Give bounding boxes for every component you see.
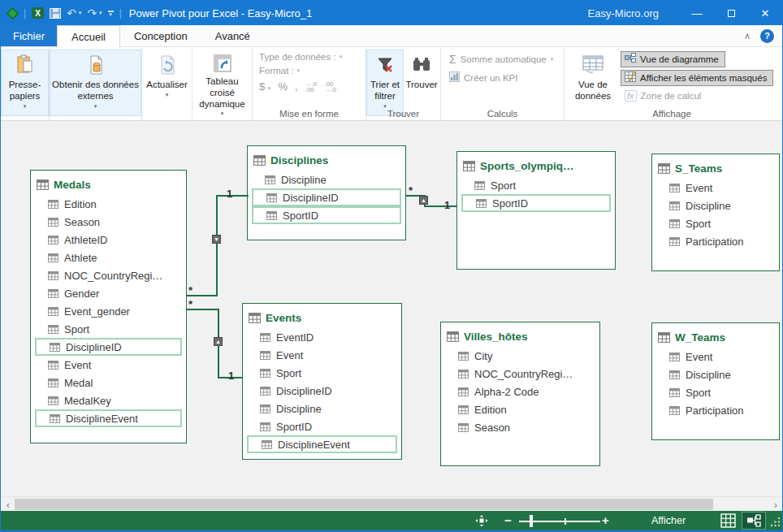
zoom-slider-thumb[interactable] bbox=[530, 515, 533, 527]
field-DisciplineID[interactable]: DisciplineID bbox=[35, 338, 182, 356]
diagram-table-Disciplines[interactable]: DisciplinesDisciplineDisciplineIDSportID bbox=[247, 145, 406, 240]
field-Event[interactable]: Event bbox=[652, 179, 779, 197]
diagram-table-Villes_hôtes[interactable]: Villes_hôtesCityNOC_CountryRegi…Alpha-2 … bbox=[440, 322, 600, 466]
table-header[interactable]: Villes_hôtes bbox=[441, 322, 599, 347]
field-Gender[interactable]: Gender bbox=[31, 284, 186, 302]
field-Edition[interactable]: Edition bbox=[441, 400, 599, 418]
undo-dropdown-icon[interactable]: ▾ bbox=[79, 10, 82, 16]
diagram-table-W_Teams[interactable]: W_TeamsEventDisciplineSportParticipation bbox=[651, 322, 780, 440]
field-City[interactable]: City bbox=[441, 347, 599, 365]
field-DisciplineID[interactable]: DisciplineID bbox=[243, 382, 401, 400]
customize-toolbar-icon[interactable]: ▾ bbox=[108, 11, 114, 16]
field-Sport[interactable]: Sport bbox=[652, 383, 779, 401]
field-NOC_CountryRegi[interactable]: NOC_CountryRegi… bbox=[31, 266, 186, 284]
field-Season[interactable]: Season bbox=[31, 213, 186, 231]
tab-conception[interactable]: Conception bbox=[120, 25, 201, 46]
tab-fichier[interactable]: Fichier bbox=[1, 25, 57, 46]
field-Sport[interactable]: Sport bbox=[457, 176, 615, 194]
creer-kpi-button[interactable]: Créer un KPI bbox=[441, 68, 564, 86]
obtenir-donnees-button[interactable]: Obtenir des données externes ▾ bbox=[50, 50, 141, 116]
remove-decimal-button[interactable]: .00→.0 bbox=[324, 81, 336, 93]
tab-avance[interactable]: Avancé bbox=[201, 25, 264, 46]
field-Sport[interactable]: Sport bbox=[31, 320, 186, 338]
redo-icon[interactable]: ↷ bbox=[87, 7, 97, 19]
field-NOC_CountryRegi[interactable]: NOC_CountryRegi… bbox=[441, 365, 599, 383]
vue-donnees-button[interactable]: Vue de données bbox=[569, 50, 616, 116]
currency-button[interactable]: $ ▾ bbox=[259, 80, 270, 93]
thousands-button[interactable]: , bbox=[295, 80, 298, 93]
table-header[interactable]: Medals bbox=[31, 171, 186, 195]
diagram-canvas[interactable]: MedalsEditionSeasonAthleteIDAthleteNOC_C… bbox=[2, 121, 782, 496]
field-Season[interactable]: Season bbox=[441, 418, 599, 436]
scroll-left-icon[interactable]: ‹ bbox=[2, 497, 15, 512]
relation-connector-icon[interactable]: ▲ bbox=[214, 337, 223, 346]
field-Event[interactable]: Event bbox=[652, 348, 779, 365]
table-header[interactable]: W_Teams bbox=[652, 323, 779, 348]
diagram-view-button[interactable] bbox=[742, 512, 766, 530]
field-DisciplineEvent[interactable]: DisciplineEvent bbox=[35, 409, 182, 427]
field-Participation[interactable]: Participation bbox=[652, 401, 779, 419]
field-Sport[interactable]: Sport bbox=[243, 364, 401, 382]
tableau-croise-button[interactable]: Tableau croisé dynamique ▾ bbox=[193, 50, 252, 116]
diagram-table-S_Teams[interactable]: S_TeamsEventDisciplineSportParticipation bbox=[651, 154, 780, 271]
field-Alpha-2Code[interactable]: Alpha-2 Code bbox=[441, 383, 599, 400]
field-AthleteID[interactable]: AthleteID bbox=[31, 231, 186, 249]
type-donnees-label[interactable]: Type de données : bbox=[259, 52, 336, 62]
help-button[interactable]: ? bbox=[760, 29, 774, 43]
field-Discipline[interactable]: Discipline bbox=[243, 400, 401, 417]
actualiser-button[interactable]: Actualiser ▾ bbox=[142, 50, 192, 116]
diagram-table-Medals[interactable]: MedalsEditionSeasonAthleteIDAthleteNOC_C… bbox=[30, 170, 187, 443]
percent-button[interactable]: % bbox=[278, 80, 288, 93]
maximize-button[interactable] bbox=[714, 1, 748, 25]
field-Sport[interactable]: Sport bbox=[652, 214, 779, 232]
tab-accueil[interactable]: Accueil bbox=[57, 25, 120, 47]
field-SportID[interactable]: SportID bbox=[252, 206, 401, 224]
relation-line-medals-disciplines[interactable] bbox=[216, 195, 218, 296]
field-Discipline[interactable]: Discipline bbox=[652, 365, 779, 383]
horizontal-scrollbar[interactable]: ‹ › bbox=[2, 496, 782, 511]
format-label[interactable]: Format : bbox=[259, 66, 294, 76]
field-Participation[interactable]: Participation bbox=[652, 232, 779, 250]
grid-view-button[interactable] bbox=[720, 513, 736, 531]
table-header[interactable]: S_Teams bbox=[652, 154, 779, 179]
minimize-button[interactable]: — bbox=[680, 1, 714, 25]
fit-to-window-button[interactable] bbox=[475, 515, 488, 530]
scrollbar-thumb[interactable] bbox=[15, 499, 713, 510]
field-SportID[interactable]: SportID bbox=[461, 194, 611, 212]
field-Edition[interactable]: Edition bbox=[31, 195, 186, 213]
field-Athlete[interactable]: Athlete bbox=[31, 249, 186, 266]
field-Discipline[interactable]: Discipline bbox=[248, 171, 405, 188]
redo-dropdown-icon[interactable]: ▾ bbox=[99, 10, 102, 16]
somme-automatique-button[interactable]: Σ Somme automatique ▾ bbox=[441, 50, 564, 68]
relation-connector-icon[interactable]: ▼ bbox=[212, 235, 221, 244]
add-decimal-button[interactable]: →.0.00 bbox=[305, 81, 318, 93]
excel-icon[interactable]: X bbox=[32, 7, 44, 19]
table-header[interactable]: Disciplines bbox=[248, 146, 405, 171]
zone-calcul-button[interactable]: fx Zone de calcul bbox=[621, 89, 707, 104]
field-Event_gender[interactable]: Event_gender bbox=[31, 302, 186, 320]
field-Medal[interactable]: Medal bbox=[31, 374, 186, 391]
field-Event[interactable]: Event bbox=[243, 346, 401, 364]
field-EventID[interactable]: EventID bbox=[243, 328, 401, 346]
undo-icon[interactable]: ↶ bbox=[67, 7, 76, 19]
elements-masques-button[interactable]: Afficher les éléments masqués bbox=[621, 70, 773, 86]
zoom-in-button[interactable]: + bbox=[602, 513, 609, 527]
collapse-ribbon-icon[interactable]: ∧ bbox=[744, 31, 751, 41]
field-DisciplineEvent[interactable]: DisciplineEvent bbox=[247, 435, 397, 453]
presse-papiers-button[interactable]: Presse-papiers ▾ bbox=[1, 50, 49, 116]
field-DisciplineID[interactable]: DisciplineID bbox=[252, 188, 401, 206]
field-MedalKey[interactable]: MedalKey bbox=[31, 391, 186, 409]
table-header[interactable]: Sports_olympiq… bbox=[457, 152, 615, 176]
relation-connector-icon[interactable]: ▲ bbox=[419, 196, 428, 205]
trouver-button[interactable]: Trouver bbox=[404, 50, 439, 116]
resize-grip[interactable] bbox=[770, 516, 781, 530]
diagram-table-Events[interactable]: EventsEventIDEventSportDisciplineIDDisci… bbox=[242, 303, 402, 460]
relation-line-disciplines-sports[interactable] bbox=[424, 205, 456, 207]
diagram-table-Sports_olympiq…[interactable]: Sports_olympiq…SportSportID bbox=[456, 151, 616, 270]
field-Discipline[interactable]: Discipline bbox=[652, 197, 779, 214]
vue-diagramme-button[interactable]: Vue de diagramme bbox=[621, 51, 725, 67]
field-Event[interactable]: Event bbox=[31, 356, 186, 374]
trier-filtrer-button[interactable]: Trier et filtrer ▾ bbox=[366, 50, 404, 116]
close-button[interactable]: ✕ bbox=[748, 1, 782, 25]
zoom-out-button[interactable]: − bbox=[504, 513, 512, 527]
